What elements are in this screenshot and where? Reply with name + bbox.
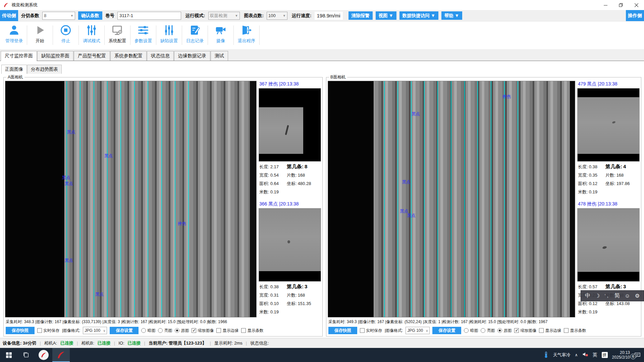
exit-program-button[interactable]: 退出程序	[234, 23, 259, 44]
image-format-select[interactable]: JPG 100∨	[406, 327, 430, 334]
strip-boundary-line	[175, 81, 175, 317]
ime-moon-icon[interactable]: ☽	[595, 293, 600, 299]
monitor-gear-icon	[111, 24, 123, 36]
defect-annotation: 黑点	[407, 213, 416, 219]
debug-mode-button[interactable]: 调试模式	[79, 23, 104, 44]
tab-front-image[interactable]: 正面图像	[1, 65, 27, 74]
window-controls	[598, 0, 644, 10]
run-mode-select[interactable]: 双面检测▼	[208, 12, 240, 20]
tab-size-monitor[interactable]: 尺寸监控界面	[1, 51, 37, 61]
main-content: A面相机 黑点黑点黑点黑点挫伤黑点黑点 367挫伤|20:13:38 长度:2.…	[0, 74, 644, 338]
defect-annotation: 黑点	[65, 181, 73, 186]
show-edges-checkbox[interactable]	[216, 328, 221, 333]
show-strips-checkbox[interactable]	[564, 328, 569, 333]
task-view-icon	[23, 352, 29, 358]
defect-settings-button[interactable]: 缺陷设置	[156, 23, 182, 44]
zoom-image-checkbox[interactable]	[514, 328, 519, 333]
system-tray: 天气寒冷 ∧ 英 拼 20:13 2025/2/10 6	[540, 348, 644, 362]
help-menu-button[interactable]: 帮助 ▼	[441, 11, 462, 20]
defect-list-b: 479黑点|20:13:38 长度:0.38第几条:4 宽度:0.35片数:16…	[577, 81, 640, 317]
ime-indicator[interactable]: 拼	[602, 352, 608, 358]
notification-center-button[interactable]: 6	[634, 352, 641, 358]
tab-edge-data[interactable]: 边缘数据记录	[174, 51, 210, 61]
save-settings-button[interactable]: 保存设置	[432, 327, 461, 334]
tab-status-info[interactable]: 状态信息	[147, 51, 174, 61]
view-menu-button[interactable]: 视图 ▼	[376, 11, 396, 20]
tab-system-params[interactable]: 系统参数配置	[110, 51, 147, 61]
slit-count-select[interactable]: 8▼	[42, 12, 75, 20]
log-record-button[interactable]: 日志记录	[182, 23, 208, 44]
roll-input[interactable]	[117, 12, 181, 20]
restore-button[interactable]	[613, 0, 629, 10]
volume-muted-icon[interactable]	[582, 352, 588, 358]
sub-tab-bar: 正面图像 分布趋势图表	[0, 61, 644, 74]
confirm-count-button[interactable]: 确认条数	[78, 11, 102, 20]
param-settings-button[interactable]: 参数设置	[130, 23, 156, 44]
start-button[interactable]: 开始	[27, 23, 53, 44]
tab-product-model[interactable]: 产品型号配置	[74, 51, 110, 61]
minimize-button[interactable]	[598, 0, 613, 10]
drive-side-button[interactable]: 传动侧	[0, 10, 18, 21]
tray-expand-caret[interactable]: ∧	[575, 353, 578, 357]
clock[interactable]: 20:13 2025/2/10	[612, 350, 630, 360]
image-format-select[interactable]: JPG 100∨	[83, 327, 107, 334]
defect-card[interactable]: 479黑点|20:13:38 长度:0.38第几条:4 宽度:0.35片数:16…	[577, 81, 640, 197]
weather-text[interactable]: 天气寒冷	[553, 352, 571, 358]
notification-badge: 6	[630, 354, 636, 359]
capture-button[interactable]: 摄像	[208, 23, 233, 44]
bright-image-radio[interactable]	[481, 328, 485, 333]
operator-side-button[interactable]: 操作侧	[626, 10, 644, 21]
ime-simplified-toggle[interactable]: 简	[614, 292, 620, 299]
dark-image-radio[interactable]	[141, 328, 146, 333]
defect-annotation: 黑点	[62, 175, 70, 180]
strip-boundary-line	[504, 81, 505, 317]
save-snapshot-button[interactable]: 保存快照	[6, 327, 35, 334]
ime-settings-icon[interactable]: ⚙	[635, 293, 640, 299]
task-view-button[interactable]	[17, 348, 35, 362]
admin-login-button[interactable]: 管理登录	[1, 23, 27, 44]
main-tab-bar: 尺寸监控界面 缺陷监控界面 产品型号配置 系统参数配置 状态信息 边缘数据记录 …	[0, 50, 644, 61]
strip-boundary-line	[80, 81, 80, 317]
chart-points-select[interactable]: 100▼	[267, 12, 287, 20]
zoom-image-checkbox[interactable]	[192, 328, 196, 333]
original-image-radio[interactable]	[497, 328, 502, 333]
app-logo-icon	[57, 351, 65, 359]
close-button[interactable]	[629, 0, 644, 10]
window-title: 视觉检测系统	[11, 2, 38, 8]
panel-a-title: A面相机	[6, 74, 24, 80]
system-config-button[interactable]: 系统配置	[105, 23, 130, 44]
show-strips-checkbox[interactable]	[241, 328, 246, 333]
chart-points-label: 图表点数:	[244, 13, 264, 19]
ime-emoji-icon[interactable]: ☺	[625, 293, 630, 299]
tab-trend-chart[interactable]: 分布趋势图表	[27, 65, 62, 74]
data-quick-access-button[interactable]: 数据快捷访问 ▼	[399, 11, 438, 20]
tab-defect-monitor[interactable]: 缺陷监控界面	[37, 51, 73, 61]
save-snapshot-button[interactable]: 保存快照	[328, 327, 357, 334]
strip-boundary-line	[451, 81, 451, 317]
show-edges-checkbox[interactable]	[539, 328, 544, 333]
tab-test[interactable]: 测试	[211, 51, 228, 61]
realtime-save-checkbox[interactable]	[37, 328, 42, 333]
user-icon	[8, 24, 20, 36]
thermometer-icon	[543, 352, 549, 358]
pinned-app-button[interactable]	[35, 348, 52, 362]
bright-image-radio[interactable]	[158, 328, 163, 333]
defect-card[interactable]: 367挫伤|20:13:38 长度:2.17第几条:8 宽度:0.54片数:16…	[259, 81, 321, 197]
defect-card[interactable]: 366黑点|20:13:38 长度:0.38第几条:3 宽度:0.31片数:16…	[259, 201, 321, 317]
defect-header: 366黑点|20:13:38	[259, 201, 321, 208]
original-image-radio[interactable]	[175, 328, 179, 333]
ime-lang-toggle[interactable]: 中	[585, 292, 590, 299]
dark-image-radio[interactable]	[464, 328, 469, 333]
realtime-save-checkbox[interactable]	[360, 328, 365, 333]
camera-image-b: 挫伤黑点黑点黑点黑点	[328, 81, 575, 317]
clear-alarm-button[interactable]: 清除报警	[348, 11, 373, 20]
save-settings-button[interactable]: 保存设置	[110, 327, 139, 334]
defect-annotation: 黑点	[65, 258, 73, 263]
start-menu-button[interactable]	[0, 348, 17, 362]
defect-annotation: 挫伤	[178, 221, 186, 227]
language-indicator[interactable]: 英	[593, 352, 597, 358]
running-app-button[interactable]	[52, 348, 70, 362]
status-info-label: 状态信息:	[250, 340, 269, 346]
ime-punctuation-toggle[interactable]: ’，	[604, 293, 610, 299]
stop-button[interactable]: 停止	[53, 23, 78, 44]
